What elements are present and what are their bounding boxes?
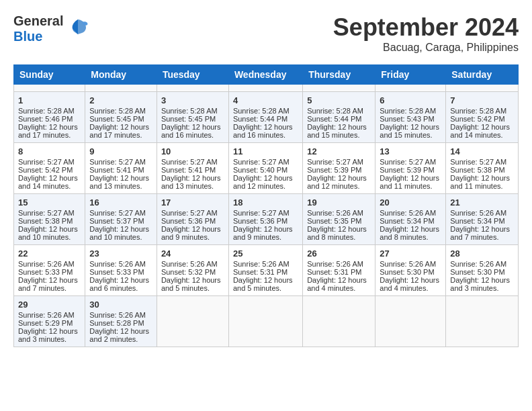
calendar-cell: 28Sunrise: 5:26 AMSunset: 5:30 PMDayligh… — [446, 245, 519, 296]
cell-info: Sunrise: 5:26 AMSunset: 5:35 PMDaylight:… — [307, 209, 367, 241]
calendar-cell: 24Sunrise: 5:26 AMSunset: 5:32 PMDayligh… — [157, 245, 228, 296]
day-number: 9 — [89, 146, 152, 156]
cell-info: Sunrise: 5:27 AMSunset: 5:38 PMDaylight:… — [18, 209, 78, 241]
cell-info: Sunrise: 5:27 AMSunset: 5:40 PMDaylight:… — [233, 158, 293, 190]
cell-info: Sunrise: 5:26 AMSunset: 5:28 PMDaylight:… — [89, 311, 149, 343]
calendar-cell: 30Sunrise: 5:26 AMSunset: 5:28 PMDayligh… — [85, 296, 157, 347]
calendar-table: Sunday Monday Tuesday Wednesday Thursday… — [13, 64, 519, 347]
calendar-cell: 22Sunrise: 5:26 AMSunset: 5:33 PMDayligh… — [14, 245, 85, 296]
calendar-cell: 25Sunrise: 5:26 AMSunset: 5:31 PMDayligh… — [228, 245, 302, 296]
cell-info: Sunrise: 5:26 AMSunset: 5:33 PMDaylight:… — [18, 260, 78, 292]
cell-info: Sunrise: 5:28 AMSunset: 5:46 PMDaylight:… — [18, 107, 78, 139]
calendar-week-3: 15Sunrise: 5:27 AMSunset: 5:38 PMDayligh… — [14, 194, 519, 245]
calendar-cell: 23Sunrise: 5:26 AMSunset: 5:33 PMDayligh… — [85, 245, 157, 296]
day-number: 8 — [18, 146, 81, 156]
calendar-cell: 5Sunrise: 5:28 AMSunset: 5:44 PMDaylight… — [303, 92, 375, 143]
cell-info: Sunrise: 5:26 AMSunset: 5:31 PMDaylight:… — [233, 260, 293, 292]
day-number: 10 — [161, 146, 224, 156]
col-wednesday: Wednesday — [228, 65, 302, 85]
day-number: 16 — [89, 197, 152, 208]
day-number: 22 — [18, 248, 81, 259]
calendar-cell — [375, 85, 446, 92]
calendar-cell — [446, 296, 519, 347]
day-number: 23 — [89, 248, 152, 259]
cell-info: Sunrise: 5:26 AMSunset: 5:34 PMDaylight:… — [450, 209, 510, 241]
calendar-cell — [228, 85, 302, 92]
cell-info: Sunrise: 5:28 AMSunset: 5:45 PMDaylight:… — [161, 107, 221, 139]
cell-info: Sunrise: 5:28 AMSunset: 5:44 PMDaylight:… — [307, 107, 367, 139]
calendar-cell — [157, 85, 228, 92]
cell-info: Sunrise: 5:27 AMSunset: 5:41 PMDaylight:… — [161, 158, 221, 190]
cell-info: Sunrise: 5:28 AMSunset: 5:42 PMDaylight:… — [450, 107, 510, 139]
cell-info: Sunrise: 5:28 AMSunset: 5:45 PMDaylight:… — [89, 107, 149, 139]
calendar-week-0 — [14, 85, 519, 92]
calendar-cell: 14Sunrise: 5:27 AMSunset: 5:38 PMDayligh… — [446, 143, 519, 194]
calendar-week-4: 22Sunrise: 5:26 AMSunset: 5:33 PMDayligh… — [14, 245, 519, 296]
cell-info: Sunrise: 5:27 AMSunset: 5:38 PMDaylight:… — [450, 158, 510, 190]
day-number: 24 — [161, 248, 224, 259]
cell-info: Sunrise: 5:27 AMSunset: 5:37 PMDaylight:… — [89, 209, 149, 241]
calendar-cell: 29Sunrise: 5:26 AMSunset: 5:29 PMDayligh… — [14, 296, 85, 347]
col-saturday: Saturday — [446, 65, 519, 85]
day-number: 1 — [18, 95, 81, 105]
calendar-cell: 19Sunrise: 5:26 AMSunset: 5:35 PMDayligh… — [303, 194, 375, 245]
calendar-cell — [446, 85, 519, 92]
col-thursday: Thursday — [303, 65, 375, 85]
day-number: 30 — [89, 300, 152, 310]
calendar-cell: 20Sunrise: 5:26 AMSunset: 5:34 PMDayligh… — [375, 194, 446, 245]
col-tuesday: Tuesday — [157, 65, 228, 85]
day-number: 21 — [450, 197, 514, 208]
day-number: 27 — [380, 248, 441, 259]
cell-info: Sunrise: 5:27 AMSunset: 5:39 PMDaylight:… — [307, 158, 367, 190]
calendar-cell: 26Sunrise: 5:26 AMSunset: 5:31 PMDayligh… — [303, 245, 375, 296]
day-number: 2 — [89, 95, 152, 105]
col-monday: Monday — [85, 65, 157, 85]
day-number: 14 — [450, 146, 514, 156]
cell-info: Sunrise: 5:26 AMSunset: 5:31 PMDaylight:… — [307, 260, 367, 292]
calendar-cell — [85, 85, 157, 92]
calendar-cell: 1Sunrise: 5:28 AMSunset: 5:46 PMDaylight… — [14, 92, 85, 143]
cell-info: Sunrise: 5:27 AMSunset: 5:36 PMDaylight:… — [233, 209, 293, 241]
day-number: 6 — [380, 95, 441, 105]
calendar-cell: 15Sunrise: 5:27 AMSunset: 5:38 PMDayligh… — [14, 194, 85, 245]
day-number: 28 — [450, 248, 514, 259]
day-number: 12 — [307, 146, 371, 156]
calendar-cell: 13Sunrise: 5:27 AMSunset: 5:39 PMDayligh… — [375, 143, 446, 194]
cell-info: Sunrise: 5:26 AMSunset: 5:30 PMDaylight:… — [450, 260, 510, 292]
cell-info: Sunrise: 5:28 AMSunset: 5:44 PMDaylight:… — [233, 107, 293, 139]
calendar-cell — [375, 296, 446, 347]
logo-blue: Blue — [13, 29, 63, 44]
calendar-cell: 8Sunrise: 5:27 AMSunset: 5:42 PMDaylight… — [14, 143, 85, 194]
day-number: 25 — [233, 248, 298, 259]
month-title: September 2024 — [333, 13, 519, 42]
calendar-cell: 12Sunrise: 5:27 AMSunset: 5:39 PMDayligh… — [303, 143, 375, 194]
calendar-cell — [14, 85, 85, 92]
day-number: 3 — [161, 95, 224, 105]
day-number: 29 — [18, 300, 81, 310]
location: Bacuag, Caraga, Philippines — [333, 42, 519, 54]
cell-info: Sunrise: 5:26 AMSunset: 5:30 PMDaylight:… — [380, 260, 439, 292]
calendar-cell: 7Sunrise: 5:28 AMSunset: 5:42 PMDaylight… — [446, 92, 519, 143]
cell-info: Sunrise: 5:26 AMSunset: 5:34 PMDaylight:… — [380, 209, 439, 241]
calendar-cell: 11Sunrise: 5:27 AMSunset: 5:40 PMDayligh… — [228, 143, 302, 194]
logo: General Blue — [13, 13, 90, 44]
cell-info: Sunrise: 5:27 AMSunset: 5:36 PMDaylight:… — [161, 209, 221, 241]
calendar-cell: 4Sunrise: 5:28 AMSunset: 5:44 PMDaylight… — [228, 92, 302, 143]
day-number: 17 — [161, 197, 224, 208]
cell-info: Sunrise: 5:26 AMSunset: 5:32 PMDaylight:… — [161, 260, 221, 292]
calendar-week-1: 1Sunrise: 5:28 AMSunset: 5:46 PMDaylight… — [14, 92, 519, 143]
calendar-cell: 16Sunrise: 5:27 AMSunset: 5:37 PMDayligh… — [85, 194, 157, 245]
calendar-cell: 6Sunrise: 5:28 AMSunset: 5:43 PMDaylight… — [375, 92, 446, 143]
calendar-cell — [303, 296, 375, 347]
day-number: 4 — [233, 95, 298, 105]
page-header: General Blue September 2024 Bacuag, Cara… — [13, 13, 519, 54]
calendar-cell: 9Sunrise: 5:27 AMSunset: 5:41 PMDaylight… — [85, 143, 157, 194]
day-number: 13 — [380, 146, 441, 156]
day-number: 18 — [233, 197, 298, 208]
cell-info: Sunrise: 5:27 AMSunset: 5:41 PMDaylight:… — [89, 158, 149, 190]
calendar-header-row: Sunday Monday Tuesday Wednesday Thursday… — [14, 65, 519, 85]
cell-info: Sunrise: 5:26 AMSunset: 5:29 PMDaylight:… — [18, 311, 78, 343]
calendar-cell: 2Sunrise: 5:28 AMSunset: 5:45 PMDaylight… — [85, 92, 157, 143]
logo-text: General Blue — [13, 13, 63, 44]
calendar-cell — [228, 296, 302, 347]
